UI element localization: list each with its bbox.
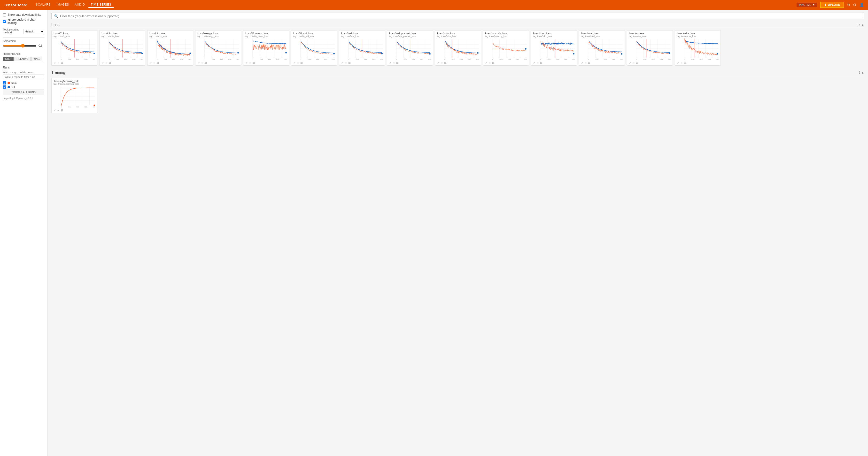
svg-text:800k: 800k [524, 59, 527, 60]
expand-icon[interactable]: ⤢ [54, 61, 56, 64]
fullscreen-icon[interactable]: ⊞ [108, 61, 111, 64]
nav-link-images[interactable]: IMAGES [54, 2, 71, 8]
upload-icon: ⬆ [824, 3, 826, 6]
expand-icon[interactable]: ⤢ [485, 61, 488, 64]
expand-icon[interactable]: ⤢ [437, 61, 440, 64]
menu-icon[interactable]: ≡ [201, 61, 203, 64]
svg-text:800k: 800k [333, 59, 335, 60]
tooltip-sort-select[interactable]: default ascending descending nearest [23, 29, 44, 34]
svg-text:400k: 400k [412, 59, 415, 60]
section-count-training[interactable]: 1 ▲ [859, 71, 864, 74]
svg-text:400k: 400k [268, 59, 271, 60]
chart-toolbar: ⤢≡⊞ [677, 61, 719, 64]
run-val-label: val [11, 86, 15, 89]
expand-icon[interactable]: ⤢ [149, 61, 152, 64]
topnav-right: INACTIVE ▼ ⬆ UPLOAD ↻ ⚙ 👤 [797, 2, 864, 8]
run-val-checkbox[interactable] [3, 86, 6, 89]
refresh-icon[interactable]: ↻ [847, 3, 850, 7]
svg-point-127 [429, 53, 431, 55]
run-train-checkbox[interactable] [3, 81, 6, 85]
svg-text:200k: 200k [643, 59, 646, 60]
svg-text:400k: 400k [507, 59, 511, 60]
expand-icon[interactable]: ⤢ [581, 61, 583, 64]
expand-icon[interactable]: ⤢ [389, 61, 392, 64]
nav-link-time-series[interactable]: TIME SERIES [88, 2, 114, 8]
fullscreen-icon[interactable]: ⊞ [61, 109, 63, 112]
chart-card-5: Loss/f0_std_losstag: Loss/f0_std_loss020… [291, 30, 337, 66]
expand-icon[interactable]: ⤢ [341, 61, 344, 64]
fullscreen-icon[interactable]: ⊞ [684, 61, 686, 64]
menu-icon[interactable]: ≡ [585, 61, 587, 64]
gear-icon[interactable]: ⚙ [853, 3, 857, 7]
svg-text:600k: 600k [132, 59, 135, 60]
smoothing-slider[interactable] [3, 44, 37, 48]
ignore-outliers-checkbox[interactable] [3, 20, 6, 23]
menu-icon[interactable]: ≡ [249, 61, 251, 64]
person-icon[interactable]: 👤 [859, 3, 864, 7]
inactive-badge[interactable]: INACTIVE ▼ [797, 3, 817, 7]
fullscreen-icon[interactable]: ⊞ [444, 61, 446, 64]
toggle-all-button[interactable]: TOGGLE ALL RUNS [3, 90, 44, 95]
fullscreen-icon[interactable]: ⊞ [492, 61, 495, 64]
chart-toolbar: ⤢≡⊞ [149, 61, 191, 64]
menu-icon[interactable]: ≡ [57, 61, 59, 64]
axis-step-button[interactable]: STEP [3, 57, 13, 61]
menu-icon[interactable]: ≡ [489, 61, 491, 64]
fullscreen-icon[interactable]: ⊞ [540, 61, 542, 64]
chart-tag: tag: Loss/uv_loss [629, 35, 671, 37]
chart-area: 0200k400k600k800k [485, 38, 527, 60]
main-content: 🔍 Loss14 ▲Loss/C_losstag: Loss/C_loss020… [48, 10, 868, 456]
chart-tag: tag: Loss/mel_postnet_loss [389, 35, 431, 37]
menu-icon[interactable]: ≡ [633, 61, 634, 64]
fullscreen-icon[interactable]: ⊞ [348, 61, 351, 64]
chart-card-3: Loss/energy_losstag: Loss/energy_loss020… [195, 30, 241, 66]
ignore-outliers-row[interactable]: Ignore outliers in chart scaling [3, 18, 44, 25]
menu-icon[interactable]: ≡ [537, 61, 538, 64]
expand-icon[interactable]: ⤢ [245, 61, 248, 64]
expand-icon[interactable]: ⤢ [533, 61, 535, 64]
axis-wall-button[interactable]: WALL [31, 57, 42, 61]
fullscreen-icon[interactable]: ⊞ [300, 61, 303, 64]
menu-icon[interactable]: ≡ [393, 61, 395, 64]
fullscreen-icon[interactable]: ⊞ [588, 61, 590, 64]
svg-text:800k: 800k [237, 59, 239, 60]
fullscreen-icon[interactable]: ⊞ [205, 61, 207, 64]
svg-text:0: 0 [397, 59, 397, 60]
expand-icon[interactable]: ⤢ [293, 61, 296, 64]
chart-toolbar: ⤢≡⊞ [389, 61, 431, 64]
expand-icon[interactable]: ⤢ [101, 61, 104, 64]
expand-icon[interactable]: ⤢ [677, 61, 679, 64]
show-download-checkbox[interactable] [3, 13, 6, 17]
app-layout: Show data download links Ignore outliers… [0, 10, 868, 456]
chart-area: 0200k400k600k800k [581, 38, 623, 60]
menu-icon[interactable]: ≡ [57, 109, 59, 112]
show-download-row[interactable]: Show data download links [3, 13, 44, 17]
runs-filter-input[interactable] [3, 74, 44, 79]
upload-button[interactable]: ⬆ UPLOAD [820, 2, 844, 8]
menu-icon[interactable]: ≡ [441, 61, 443, 64]
menu-icon[interactable]: ≡ [681, 61, 682, 64]
expand-icon[interactable]: ⤢ [54, 109, 56, 112]
section-count-loss[interactable]: 14 ▲ [857, 23, 864, 27]
expand-icon[interactable]: ⤢ [197, 61, 200, 64]
menu-icon[interactable]: ≡ [153, 61, 155, 64]
fullscreen-icon[interactable]: ⊞ [61, 61, 63, 64]
menu-icon[interactable]: ≡ [297, 61, 299, 64]
menu-icon[interactable]: ≡ [345, 61, 347, 64]
fullscreen-icon[interactable]: ⊞ [396, 61, 399, 64]
inactive-label: INACTIVE [799, 3, 811, 6]
chart-tag: tag: Loss/f0_mean_loss [245, 35, 287, 37]
search-input[interactable] [60, 14, 862, 18]
svg-text:0: 0 [684, 59, 685, 60]
fullscreen-icon[interactable]: ⊞ [156, 61, 159, 64]
chart-tag: tag: Loss/sdur_loss [533, 35, 575, 37]
axis-relative-button[interactable]: RELATIVE [14, 57, 31, 61]
fullscreen-icon[interactable]: ⊞ [636, 61, 639, 64]
inactive-chevron: ▼ [812, 4, 815, 6]
chart-toolbar: ⤢≡⊞ [245, 61, 287, 64]
menu-icon[interactable]: ≡ [105, 61, 107, 64]
expand-icon[interactable]: ⤢ [629, 61, 631, 64]
nav-link-audio[interactable]: AUDIO [72, 2, 87, 8]
fullscreen-icon[interactable]: ⊞ [252, 61, 255, 64]
nav-link-scalars[interactable]: SCALARS [33, 2, 53, 8]
